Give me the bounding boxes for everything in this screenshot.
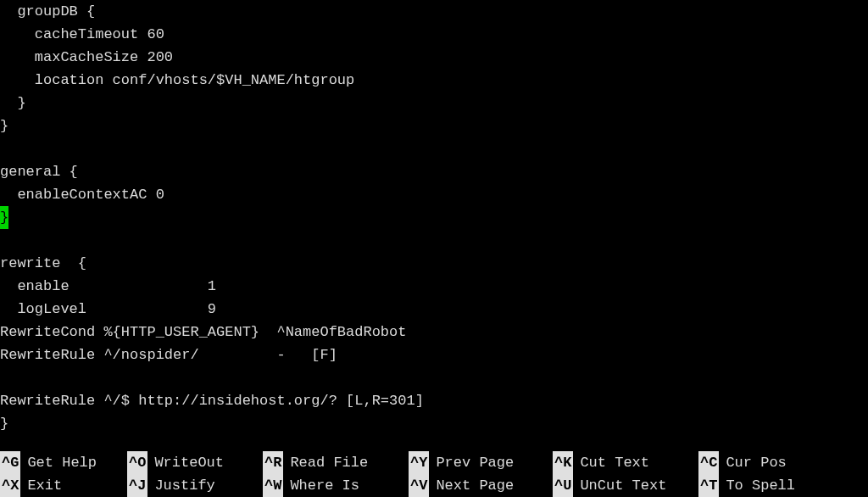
shortcut-label: Where Is <box>283 474 359 497</box>
text-cursor: } <box>0 206 8 229</box>
shortcut-label: Exit <box>20 474 62 497</box>
shortcut-key: ^V <box>409 474 429 497</box>
shortcut-label: To Spell <box>719 474 795 497</box>
shortcut-label: Justify <box>147 474 214 497</box>
shortcut-key: ^G <box>0 451 20 474</box>
shortcut-writeout[interactable]: ^OWriteOut <box>127 451 263 474</box>
shortcut-uncut-text[interactable]: ^UUnCut Text <box>553 474 698 497</box>
shortcut-key: ^X <box>0 474 20 497</box>
shortcut-justify[interactable]: ^JJustify <box>127 474 263 497</box>
shortcut-key: ^Y <box>409 451 429 474</box>
shortcut-row-1: ^GGet Help ^OWriteOut ^RRead File ^YPrev… <box>0 451 868 474</box>
shortcut-key: ^O <box>127 451 147 474</box>
shortcut-exit[interactable]: ^XExit <box>0 474 127 497</box>
shortcut-key: ^T <box>698 474 719 497</box>
shortcut-label: Cut Text <box>573 451 649 474</box>
shortcut-key: ^C <box>698 451 719 474</box>
editor-viewport[interactable]: groupDB { cacheTimeout 60 maxCacheSize 2… <box>0 0 868 458</box>
shortcut-next-page[interactable]: ^VNext Page <box>409 474 553 497</box>
shortcut-where-is[interactable]: ^WWhere Is <box>263 474 409 497</box>
shortcut-label: Get Help <box>20 451 97 474</box>
cursor-line: } <box>0 206 8 229</box>
shortcut-label: Prev Page <box>429 451 514 474</box>
shortcut-cut-text[interactable]: ^KCut Text <box>553 451 698 474</box>
shortcut-label: Cur Pos <box>719 451 786 474</box>
shortcut-to-spell[interactable]: ^TTo Spell <box>698 474 834 497</box>
shortcut-get-help[interactable]: ^GGet Help <box>0 451 127 474</box>
shortcut-key: ^R <box>263 451 283 474</box>
shortcut-row-2: ^XExit ^JJustify ^WWhere Is ^VNext Page … <box>0 474 868 497</box>
shortcut-key: ^K <box>553 451 573 474</box>
shortcut-label: UnCut Text <box>573 474 666 497</box>
config-text-before-cursor: groupDB { cacheTimeout 60 maxCacheSize 2… <box>0 3 354 203</box>
nano-shortcut-bar: ^GGet Help ^OWriteOut ^RRead File ^YPrev… <box>0 451 868 497</box>
shortcut-read-file[interactable]: ^RRead File <box>263 451 409 474</box>
shortcut-key: ^J <box>127 474 147 497</box>
shortcut-key: ^W <box>263 474 283 497</box>
config-text-after-cursor: rewrite { enable 1 logLevel 9 RewriteCon… <box>0 255 424 432</box>
shortcut-label: Next Page <box>429 474 514 497</box>
shortcut-label: Read File <box>283 451 368 474</box>
shortcut-cur-pos[interactable]: ^CCur Pos <box>698 451 834 474</box>
shortcut-label: WriteOut <box>147 451 224 474</box>
shortcut-prev-page[interactable]: ^YPrev Page <box>409 451 553 474</box>
shortcut-key: ^U <box>553 474 573 497</box>
